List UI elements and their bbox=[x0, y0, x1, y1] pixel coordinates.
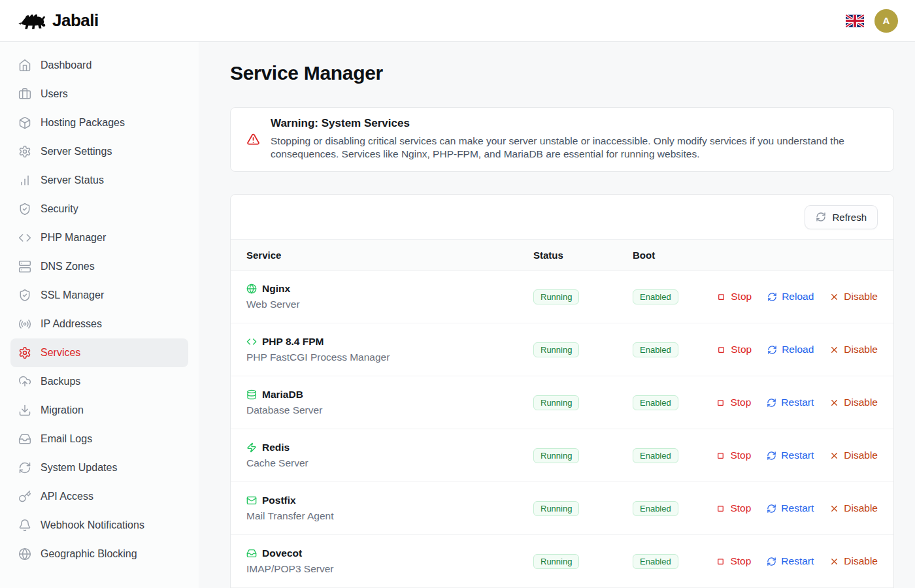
server-stack-icon bbox=[18, 260, 31, 273]
sidebar-item-ip-addresses[interactable]: IP Addresses bbox=[10, 310, 188, 338]
sidebar-item-php-manager[interactable]: PHP Manager bbox=[10, 223, 188, 252]
sidebar-item-webhook-notifications[interactable]: Webhook Notifications bbox=[10, 511, 188, 540]
refresh-icon bbox=[767, 557, 776, 566]
sidebar-item-migration[interactable]: Migration bbox=[10, 396, 188, 425]
restart-button[interactable]: Restart bbox=[767, 397, 814, 408]
column-header-status: Status bbox=[533, 250, 633, 261]
column-header-boot: Boot bbox=[633, 250, 878, 261]
restart-button[interactable]: Restart bbox=[767, 449, 814, 461]
stop-button[interactable]: Stop bbox=[716, 344, 752, 355]
cloud-upload-icon bbox=[18, 375, 31, 388]
service-row-postfix: PostfixMail Transfer AgentRunningEnabled… bbox=[231, 482, 893, 535]
sidebar-item-api-access[interactable]: API Access bbox=[10, 482, 188, 511]
disable-button[interactable]: Disable bbox=[829, 555, 878, 567]
sidebar-item-server-settings[interactable]: Server Settings bbox=[10, 137, 188, 166]
bar-chart-icon bbox=[18, 174, 31, 187]
disable-button[interactable]: Disable bbox=[829, 344, 878, 355]
service-description: Mail Transfer Agent bbox=[246, 510, 533, 522]
stop-button[interactable]: Stop bbox=[716, 397, 751, 408]
globe-icon bbox=[18, 547, 31, 561]
sidebar-item-system-updates[interactable]: System Updates bbox=[10, 453, 188, 482]
service-row-mariadb: MariaDBDatabase ServerRunningEnabledStop… bbox=[231, 376, 893, 429]
service-name: PHP 8.4 FPM bbox=[262, 336, 324, 348]
service-row-dovecot: DovecotIMAP/POP3 ServerRunningEnabledSto… bbox=[231, 535, 893, 588]
boar-logo-icon bbox=[17, 10, 47, 32]
code-icon bbox=[246, 336, 257, 347]
refresh-icon bbox=[816, 212, 826, 222]
service-name: Nginx bbox=[262, 283, 290, 295]
sidebar-item-dashboard[interactable]: Dashboard bbox=[10, 51, 188, 80]
row-actions: StopRestartDisable bbox=[716, 502, 878, 514]
sidebar-item-users[interactable]: Users bbox=[10, 80, 188, 108]
sidebar-item-services[interactable]: Services bbox=[10, 338, 188, 367]
service-table-body: NginxWeb ServerRunningEnabledStopReloadD… bbox=[231, 270, 893, 588]
warning-title: Warning: System Services bbox=[271, 117, 878, 130]
stop-square-icon bbox=[716, 451, 725, 461]
sidebar-item-geographic-blocking[interactable]: Geographic Blocking bbox=[10, 540, 188, 568]
zap-icon bbox=[246, 442, 257, 453]
service-cell: DovecotIMAP/POP3 Server bbox=[246, 547, 533, 575]
key-icon bbox=[18, 490, 31, 503]
row-actions: StopReloadDisable bbox=[716, 291, 878, 302]
boot-badge: Enabled bbox=[633, 395, 678, 410]
services-card: Refresh Service Status Boot NginxWeb Ser… bbox=[230, 194, 894, 588]
sidebar: Dashboard Users Hosting Packages Server … bbox=[0, 42, 199, 588]
service-cell: PHP 8.4 FPMPHP FastCGI Process Manager bbox=[246, 336, 533, 363]
card-toolbar: Refresh bbox=[231, 195, 893, 239]
service-description: Web Server bbox=[246, 299, 533, 310]
disable-button[interactable]: Disable bbox=[829, 502, 878, 514]
globe-icon bbox=[246, 284, 257, 294]
brand[interactable]: Jabali bbox=[17, 10, 99, 32]
reload-button[interactable]: Reload bbox=[767, 291, 814, 302]
disable-button[interactable]: Disable bbox=[829, 397, 878, 408]
sidebar-item-server-status[interactable]: Server Status bbox=[10, 166, 188, 195]
page-title: Service Manager bbox=[230, 62, 894, 84]
radio-waves-icon bbox=[18, 318, 31, 331]
refresh-label: Refresh bbox=[832, 212, 867, 223]
service-name: MariaDB bbox=[262, 389, 303, 400]
x-icon bbox=[829, 292, 839, 302]
brand-name: Jabali bbox=[52, 10, 99, 31]
x-icon bbox=[829, 451, 839, 461]
sidebar-item-security[interactable]: Security bbox=[10, 195, 188, 223]
sidebar-item-backups[interactable]: Backups bbox=[10, 367, 188, 396]
service-name: Dovecot bbox=[262, 547, 302, 559]
boot-badge: Enabled bbox=[633, 554, 678, 569]
row-actions: StopRestartDisable bbox=[716, 397, 878, 408]
gear-icon bbox=[18, 145, 31, 158]
gear-icon bbox=[18, 346, 31, 359]
row-actions: StopReloadDisable bbox=[716, 344, 878, 355]
refresh-icon bbox=[767, 345, 777, 355]
disable-button[interactable]: Disable bbox=[829, 449, 878, 461]
refresh-button[interactable]: Refresh bbox=[805, 205, 878, 229]
refresh-icon bbox=[767, 451, 776, 461]
row-actions: StopRestartDisable bbox=[716, 449, 878, 461]
home-icon bbox=[18, 59, 31, 72]
reload-button[interactable]: Reload bbox=[767, 344, 814, 355]
sidebar-item-dns-zones[interactable]: DNS Zones bbox=[10, 252, 188, 281]
refresh-icon bbox=[18, 461, 31, 474]
status-badge: Running bbox=[533, 554, 579, 569]
stop-button[interactable]: Stop bbox=[716, 449, 751, 461]
restart-button[interactable]: Restart bbox=[767, 502, 814, 514]
x-icon bbox=[829, 345, 839, 355]
stop-button[interactable]: Stop bbox=[716, 555, 751, 567]
restart-button[interactable]: Restart bbox=[767, 555, 814, 567]
language-button[interactable] bbox=[846, 14, 864, 27]
service-row-redis: RedisCache ServerRunningEnabledStopResta… bbox=[231, 429, 893, 482]
x-icon bbox=[829, 504, 839, 514]
download-icon bbox=[18, 404, 31, 417]
warning-triangle-icon bbox=[246, 133, 260, 146]
warning-body: Stopping or disabling critical services … bbox=[271, 135, 878, 161]
stop-button[interactable]: Stop bbox=[716, 502, 751, 514]
status-badge: Running bbox=[533, 501, 579, 516]
sidebar-item-hosting-packages[interactable]: Hosting Packages bbox=[10, 108, 188, 137]
stop-square-icon bbox=[716, 557, 725, 566]
sidebar-item-email-logs[interactable]: Email Logs bbox=[10, 425, 188, 453]
disable-button[interactable]: Disable bbox=[829, 291, 878, 302]
avatar[interactable]: A bbox=[874, 9, 898, 33]
service-cell: NginxWeb Server bbox=[246, 283, 533, 310]
stop-button[interactable]: Stop bbox=[716, 291, 752, 302]
sidebar-item-ssl-manager[interactable]: SSL Manager bbox=[10, 281, 188, 310]
code-icon bbox=[18, 231, 31, 244]
